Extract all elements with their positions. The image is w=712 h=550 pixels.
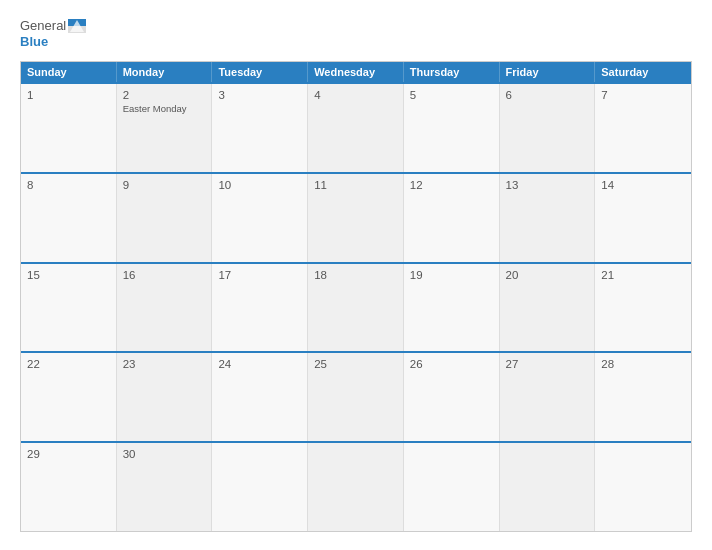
cal-cell — [404, 443, 500, 531]
day-header-thursday: Thursday — [404, 62, 500, 82]
day-number: 9 — [123, 179, 206, 191]
day-header-sunday: Sunday — [21, 62, 117, 82]
header: GeneralBlue — [20, 18, 692, 49]
cal-cell: 6 — [500, 84, 596, 172]
cal-cell: 14 — [595, 174, 691, 262]
cal-cell: 30 — [117, 443, 213, 531]
day-number: 2 — [123, 89, 206, 101]
day-number: 30 — [123, 448, 206, 460]
cal-cell: 7 — [595, 84, 691, 172]
cal-cell: 16 — [117, 264, 213, 352]
week-row-4: 22232425262728 — [21, 351, 691, 441]
cal-cell: 5 — [404, 84, 500, 172]
day-number: 23 — [123, 358, 206, 370]
day-number: 14 — [601, 179, 685, 191]
day-number: 4 — [314, 89, 397, 101]
week-row-5: 2930 — [21, 441, 691, 531]
cal-cell: 24 — [212, 353, 308, 441]
day-header-tuesday: Tuesday — [212, 62, 308, 82]
calendar: SundayMondayTuesdayWednesdayThursdayFrid… — [20, 61, 692, 532]
day-number: 3 — [218, 89, 301, 101]
day-number: 15 — [27, 269, 110, 281]
cal-cell — [212, 443, 308, 531]
logo: GeneralBlue — [20, 18, 86, 49]
day-number: 17 — [218, 269, 301, 281]
day-header-monday: Monday — [117, 62, 213, 82]
cal-cell: 25 — [308, 353, 404, 441]
calendar-header-row: SundayMondayTuesdayWednesdayThursdayFrid… — [21, 62, 691, 82]
cal-cell: 29 — [21, 443, 117, 531]
day-number: 13 — [506, 179, 589, 191]
cal-cell — [595, 443, 691, 531]
day-number: 10 — [218, 179, 301, 191]
cal-cell: 22 — [21, 353, 117, 441]
cal-cell: 3 — [212, 84, 308, 172]
logo-flag-icon — [68, 19, 86, 33]
cal-cell: 19 — [404, 264, 500, 352]
cal-cell: 15 — [21, 264, 117, 352]
day-number: 19 — [410, 269, 493, 281]
day-number: 12 — [410, 179, 493, 191]
cal-cell: 20 — [500, 264, 596, 352]
cal-cell: 28 — [595, 353, 691, 441]
day-number: 18 — [314, 269, 397, 281]
cal-cell — [500, 443, 596, 531]
cal-cell: 27 — [500, 353, 596, 441]
day-number: 24 — [218, 358, 301, 370]
day-number: 27 — [506, 358, 589, 370]
day-number: 29 — [27, 448, 110, 460]
day-header-saturday: Saturday — [595, 62, 691, 82]
cal-cell: 9 — [117, 174, 213, 262]
day-number: 8 — [27, 179, 110, 191]
logo-general-text: General — [20, 18, 66, 34]
cal-cell: 10 — [212, 174, 308, 262]
day-number: 28 — [601, 358, 685, 370]
day-number: 16 — [123, 269, 206, 281]
week-row-3: 15161718192021 — [21, 262, 691, 352]
cal-cell: 8 — [21, 174, 117, 262]
day-number: 25 — [314, 358, 397, 370]
cal-cell: 18 — [308, 264, 404, 352]
day-number: 22 — [27, 358, 110, 370]
cal-cell: 1 — [21, 84, 117, 172]
cal-cell: 23 — [117, 353, 213, 441]
day-number: 26 — [410, 358, 493, 370]
cal-cell: 11 — [308, 174, 404, 262]
holiday-label: Easter Monday — [123, 103, 206, 114]
day-number: 1 — [27, 89, 110, 101]
cal-cell: 17 — [212, 264, 308, 352]
day-number: 20 — [506, 269, 589, 281]
day-number: 7 — [601, 89, 685, 101]
week-row-2: 891011121314 — [21, 172, 691, 262]
week-row-1: 12Easter Monday34567 — [21, 82, 691, 172]
cal-cell — [308, 443, 404, 531]
day-number: 5 — [410, 89, 493, 101]
day-number: 21 — [601, 269, 685, 281]
cal-cell: 26 — [404, 353, 500, 441]
cal-cell: 4 — [308, 84, 404, 172]
day-header-wednesday: Wednesday — [308, 62, 404, 82]
cal-cell: 13 — [500, 174, 596, 262]
day-number: 6 — [506, 89, 589, 101]
calendar-body: 12Easter Monday3456789101112131415161718… — [21, 82, 691, 531]
cal-cell: 21 — [595, 264, 691, 352]
day-number: 11 — [314, 179, 397, 191]
cal-cell: 12 — [404, 174, 500, 262]
page: GeneralBlue SundayMondayTuesdayWednesday… — [0, 0, 712, 550]
logo-blue-text: Blue — [20, 34, 48, 50]
day-header-friday: Friday — [500, 62, 596, 82]
cal-cell: 2Easter Monday — [117, 84, 213, 172]
